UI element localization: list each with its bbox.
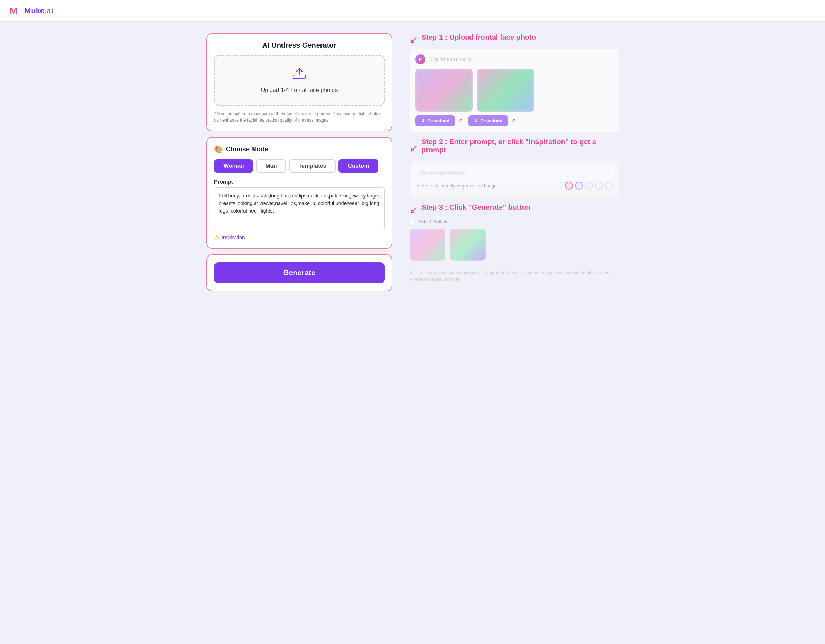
download-icon-2: ⬇ [474, 118, 478, 123]
download-btn-2[interactable]: ⬇ Download [468, 115, 508, 126]
quality-dot-5[interactable] [605, 182, 613, 190]
svg-text:M: M [9, 5, 17, 17]
inspiration-icon: ✨ [214, 235, 220, 240]
generate-card: Generate [206, 254, 392, 291]
logo: M Muke.ai [9, 4, 53, 17]
upload-card-title: AI Undress Generator [214, 41, 385, 49]
result-section-1: P 2023-12-24 10:23:43 ⬇ Download ↗ ⬇ [409, 49, 619, 132]
mode-btn-custom[interactable]: Custom [338, 159, 379, 173]
step1-label: Step 1 : Upload frontal face photo [422, 33, 536, 42]
svg-rect-1 [293, 75, 306, 79]
mode-title: 🎨 Choose Mode [214, 145, 385, 154]
logo-text: Muke.ai [24, 6, 53, 15]
step2-arrow: ↙ [409, 142, 418, 154]
quality-options [565, 182, 613, 190]
mode-btn-man[interactable]: Man [256, 159, 286, 173]
prompt-textarea[interactable]: Full body, breasts,solo,long hair,red li… [214, 188, 385, 230]
quality-section: Blur prompt reference... ⊙ Aesthetic qua… [409, 161, 619, 197]
step2-row: ↙ Step 2 : Enter prompt, or click "Inspi… [409, 138, 619, 159]
share-btn-2[interactable]: ↗ [511, 117, 516, 124]
blurred-input: Blur prompt reference... [416, 166, 613, 179]
quality-dot-4[interactable] [595, 182, 603, 190]
inspiration-link[interactable]: ✨ Inspiration [214, 235, 245, 240]
step3-arrow: ↙ [409, 203, 418, 216]
step3-label: Step 3 : Click "Generate" button [422, 203, 531, 211]
avatar: P [416, 54, 425, 65]
gallery-row [409, 229, 619, 261]
upload-area[interactable]: Upload 1-4 frontal face photos [214, 55, 385, 106]
quality-dot-2[interactable] [575, 182, 583, 190]
select-multiple-checkbox[interactable] [409, 219, 416, 224]
share-btn-1[interactable]: ↗ [458, 117, 463, 124]
upload-card: AI Undress Generator Upload 1-4 frontal … [206, 33, 392, 131]
upload-max-number: 4 [276, 111, 278, 116]
select-multiple-row: Select Multiple [409, 219, 619, 224]
timestamp: 2023-12-24 10:23:43 [428, 57, 471, 62]
logo-icon: M [9, 4, 22, 17]
header: M Muke.ai [0, 0, 825, 22]
footer-note: ① The history can save a maximum of 10 g… [409, 270, 619, 283]
result-actions-1: ⬇ Download ↗ ⬇ Download ↗ [416, 115, 613, 126]
download-btn-1[interactable]: ⬇ Download [416, 115, 455, 126]
upload-note: * You can upload a maximum of 4 photos o… [214, 111, 385, 123]
mode-icon: 🎨 [214, 145, 223, 154]
gallery-image-2 [450, 229, 485, 261]
step1-row: ↙ Step 1 : Upload frontal face photo [409, 33, 619, 46]
upload-icon [222, 67, 377, 83]
result-images [416, 69, 613, 112]
result-image-2 [477, 69, 534, 112]
quality-row: ⊙ Aesthetic quality of generated image [416, 182, 613, 190]
result-image-1 [416, 69, 473, 112]
quality-dot-1[interactable] [565, 182, 573, 190]
generate-button[interactable]: Generate [214, 262, 385, 283]
mode-btn-templates[interactable]: Templates [289, 159, 335, 173]
step1-arrow: ↙ [409, 34, 418, 45]
prompt-label: Prompt [214, 179, 385, 185]
quality-label: ⊙ Aesthetic quality of generated image [416, 183, 497, 188]
left-panel: AI Undress Generator Upload 1-4 frontal … [206, 33, 392, 291]
mode-card: 🎨 Choose Mode Woman Man Templates Custom… [206, 137, 392, 249]
upload-text: Upload 1-4 frontal face photos [222, 87, 377, 93]
mode-buttons: Woman Man Templates Custom [214, 159, 385, 173]
quality-dot-3[interactable] [585, 182, 593, 190]
step3-row: ↙ Step 3 : Click "Generate" button [409, 203, 619, 216]
quality-icon: ⊙ [416, 183, 419, 188]
select-multiple-label: Select Multiple [418, 219, 449, 224]
download-icon-1: ⬇ [421, 118, 425, 123]
mode-btn-woman[interactable]: Woman [214, 159, 253, 173]
result-header: P 2023-12-24 10:23:43 [416, 54, 613, 65]
main-layout: AI Undress Generator Upload 1-4 frontal … [198, 22, 627, 303]
step2-label: Step 2 : Enter prompt, or click "Inspira… [422, 138, 619, 154]
gallery-image-1 [409, 229, 445, 261]
right-panel: ↙ Step 1 : Upload frontal face photo P 2… [392, 33, 619, 283]
